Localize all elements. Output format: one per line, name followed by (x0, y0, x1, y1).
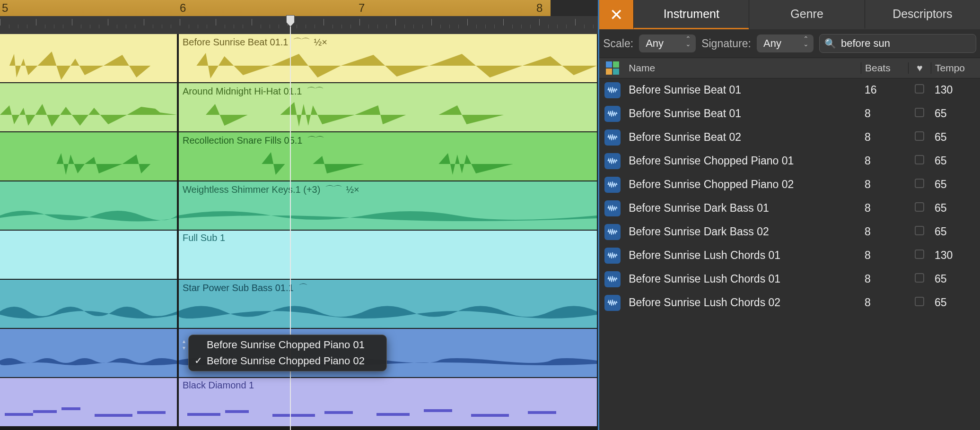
waveform (0, 147, 177, 181)
loop-type-icon (599, 82, 626, 98)
timeline-ruler[interactable]: 5 6 7 8 // ticks inserted later by JS be… (0, 0, 598, 34)
audio-region[interactable] (0, 280, 178, 328)
loop-icon: ⌒⌒ (307, 134, 323, 147)
loop-variation-menu[interactable]: Before Sunrise Chopped Piano 01 Before S… (188, 335, 387, 371)
loop-result-row[interactable]: Before Sunrise Lush Chords 01865 (599, 267, 980, 291)
timeline-workspace[interactable]: 5 6 7 8 // ticks inserted later by JS be… (0, 0, 599, 430)
loop-result-row[interactable]: Before Sunrise Lush Chords 02865 (599, 291, 980, 315)
track-row[interactable]: Star Power Sub Bass 01.1 ⌒ (0, 280, 598, 329)
loop-result-row[interactable]: Before Sunrise Dark Bass 01865 (599, 197, 980, 220)
loop-favorite-toggle[interactable] (908, 155, 931, 167)
region-variation-stepper[interactable]: ▴▾ (180, 338, 188, 351)
loop-result-row[interactable]: Before Sunrise Lush Chords 018130 (599, 244, 980, 267)
svg-rect-10 (424, 409, 452, 412)
loop-result-row[interactable]: Before Sunrise Chopped Piano 02865 (599, 173, 980, 197)
loop-result-row[interactable]: Before Sunrise Beat 0116130 (599, 78, 980, 102)
loop-favorite-toggle[interactable] (908, 249, 931, 262)
loop-name: Before Sunrise Dark Bass 01 (626, 202, 861, 215)
audio-region[interactable]: Recollection Snare Fills 05.1 ⌒⌒ (178, 132, 598, 181)
ruler-bar-5[interactable]: 5 (0, 0, 178, 16)
svg-rect-4 (137, 411, 166, 414)
ruler-bar-8[interactable]: 8 (536, 0, 542, 16)
loop-beats: 8 (861, 273, 908, 285)
column-header-name[interactable]: Name (626, 62, 861, 74)
loop-result-row[interactable]: Before Sunrise Beat 02865 (599, 126, 980, 149)
loop-type-icon (599, 271, 626, 287)
ruler-bar-7[interactable]: 7 (359, 0, 365, 16)
search-input[interactable] (841, 37, 971, 50)
ruler-subdivisions[interactable]: // ticks inserted later by JS below (0, 16, 598, 34)
loop-result-row[interactable]: Before Sunrise Beat 01865 (599, 102, 980, 126)
waveform (178, 147, 597, 181)
tab-descriptors[interactable]: Descriptors (865, 0, 980, 29)
loop-name: Before Sunrise Beat 02 (626, 131, 861, 144)
loop-favorite-toggle[interactable] (908, 225, 931, 238)
audio-region[interactable] (0, 83, 178, 131)
search-icon: 🔍 (824, 38, 836, 49)
tab-label: Instrument (664, 7, 719, 21)
loop-name: Before Sunrise Beat 01 (626, 84, 861, 96)
audio-region[interactable]: Around Midnight Hi-Hat 01.1 ⌒⌒ (178, 83, 598, 131)
audio-region[interactable] (0, 34, 178, 82)
loop-favorite-toggle[interactable] (908, 84, 931, 96)
audio-region[interactable]: Full Sub 1 (178, 231, 598, 279)
track-row[interactable]: Before Sunrise Beat 01.1 ⌒⌒ ½× (0, 34, 598, 83)
menu-item[interactable]: Before Sunrise Chopped Piano 01 (189, 337, 386, 353)
column-header-tempo[interactable]: Tempo (931, 62, 980, 74)
midi-region[interactable]: Black Diamond 1 (178, 378, 598, 426)
audio-region[interactable] (0, 132, 178, 181)
loop-beats: 8 (861, 296, 908, 309)
loop-name: Before Sunrise Lush Chords 02 (626, 296, 861, 309)
loop-favorite-toggle[interactable] (908, 131, 931, 144)
dropdown-value: Any (646, 37, 664, 49)
audio-region[interactable] (0, 181, 178, 230)
scale-dropdown[interactable]: Any ⌃⌄ (639, 34, 696, 52)
loop-tempo: 65 (931, 178, 980, 191)
tab-genre[interactable]: Genre (749, 0, 864, 29)
midi-notes (178, 391, 599, 424)
waveform (178, 98, 597, 131)
dropdown-value: Any (763, 37, 781, 49)
track-row[interactable]: Black Diamond 1 (0, 378, 598, 427)
close-browser-button[interactable]: ✕ (599, 0, 633, 29)
menu-item[interactable]: Before Sunrise Chopped Piano 02 (189, 353, 386, 369)
waveform (178, 49, 597, 82)
signature-label: Signature: (701, 37, 751, 50)
tab-instrument[interactable]: Instrument (633, 0, 749, 29)
svg-rect-1 (33, 410, 57, 413)
loop-favorite-toggle[interactable] (908, 202, 931, 215)
track-row[interactable]: Weightless Shimmer Keys.1 (+3) ⌒⌒ ½× (0, 181, 598, 231)
track-row[interactable]: Full Sub 1 (0, 231, 598, 280)
region-name: Star Power Sub Bass 01.1 (183, 283, 294, 293)
ruler-bar-6[interactable]: 6 (180, 0, 186, 16)
heart-icon: ♥ (917, 62, 922, 73)
loop-beats: 8 (861, 178, 908, 191)
audio-region[interactable]: Weightless Shimmer Keys.1 (+3) ⌒⌒ ½× (178, 181, 598, 230)
loop-favorite-toggle[interactable] (908, 296, 931, 309)
chevron-updown-icon: ⌃⌄ (685, 36, 691, 47)
loop-favorite-toggle[interactable] (908, 107, 931, 120)
packs-icon (606, 61, 619, 75)
audio-region[interactable] (0, 329, 178, 377)
loop-favorite-toggle[interactable] (908, 273, 931, 285)
audio-region[interactable] (0, 231, 178, 279)
midi-region[interactable] (0, 378, 178, 426)
loop-packs-button[interactable] (599, 61, 626, 75)
track-row[interactable]: Recollection Snare Fills 05.1 ⌒⌒ (0, 132, 598, 181)
track-row[interactable]: Around Midnight Hi-Hat 01.1 ⌒⌒ (0, 83, 598, 132)
region-name: Black Diamond 1 (183, 380, 254, 391)
cycle-region[interactable] (178, 0, 598, 16)
search-field[interactable]: 🔍 (819, 34, 976, 53)
loop-favorite-toggle[interactable] (908, 178, 931, 191)
loop-type-icon (599, 129, 626, 146)
loop-beats: 8 (861, 225, 908, 238)
column-header-beats[interactable]: Beats (861, 62, 908, 74)
loop-result-row[interactable]: Before Sunrise Dark Bass 02865 (599, 220, 980, 244)
region-name: Weightless Shimmer Keys.1 (+3) (183, 184, 320, 195)
signature-dropdown[interactable]: Any ⌃⌄ (757, 34, 814, 52)
column-header-favorite[interactable]: ♥ (908, 62, 931, 74)
loop-result-row[interactable]: Before Sunrise Chopped Piano 01865 (599, 149, 980, 173)
audio-region[interactable]: Before Sunrise Beat 01.1 ⌒⌒ ½× (178, 34, 598, 82)
audio-region[interactable]: Star Power Sub Bass 01.1 ⌒ (178, 280, 598, 328)
loop-results-list[interactable]: Before Sunrise Beat 0116130Before Sunris… (599, 78, 980, 430)
